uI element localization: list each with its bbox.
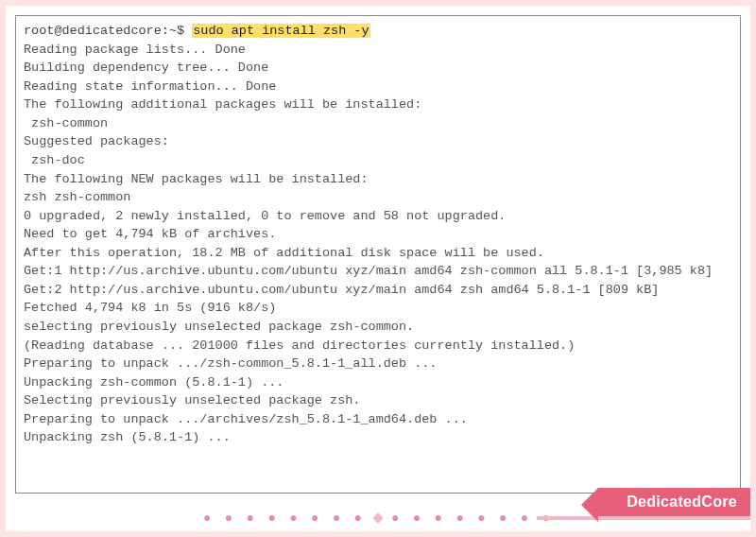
output-line: selecting previously unselected package …: [24, 318, 732, 337]
diamond-icon: [372, 512, 383, 523]
decorative-dots: ● ● ● ● ● ● ● ● ● ● ● ● ● ● ● ●: [203, 511, 553, 526]
output-line: Get:2 http://us.archive.ubuntu.com/ubunt…: [24, 281, 732, 300]
right-dots: ● ● ● ● ● ● ● ●: [391, 511, 553, 526]
output-line: zsh-doc: [24, 151, 732, 170]
footer: ● ● ● ● ● ● ● ● ● ● ● ● ● ● ● ● Dedicate…: [6, 494, 750, 531]
output-line: 0 upgraded, 2 newly installed, 0 to remo…: [24, 207, 732, 226]
output-line: Reading state information... Done: [24, 78, 732, 96]
prompt-line: root@dedicatedcore:~$ sudo apt install z…: [24, 22, 732, 41]
brand-underline: [537, 516, 756, 520]
output-line: Preparing to unpack .../archives/zsh_5.8…: [24, 410, 732, 429]
entered-command: sudo apt install zsh -y: [192, 24, 369, 38]
left-dots: ● ● ● ● ● ● ● ●: [203, 511, 365, 526]
output-line: Reading package lists... Done: [24, 41, 732, 60]
output-line: Selecting previously unselected package …: [24, 391, 732, 410]
brand-tab: DedicatedCore: [598, 488, 756, 516]
output-line: Preparing to unpack .../zsh-common_5.8.1…: [24, 355, 732, 373]
output-line: Get:1 http://us.archive.ubuntu.com/ubunt…: [24, 262, 732, 281]
output-line: (Reading database ... 201000 files and d…: [24, 337, 732, 355]
shell-prompt: root@dedicatedcore:~$: [24, 24, 192, 38]
output-line: The following additional packages will b…: [24, 95, 732, 114]
output-line: Building dependency tree... Done: [24, 59, 732, 78]
output-line: zsh-common: [24, 114, 732, 133]
terminal-window: root@dedicatedcore:~$ sudo apt install z…: [15, 15, 741, 494]
output-line: Fetched 4,794 k8 in 5s (916 k8/s): [24, 299, 732, 318]
output-line: Suggested packages:: [24, 132, 732, 151]
output-line: Unpacking zsh (5.8.1-1) ...: [24, 428, 732, 447]
output-line: Need to get 4,794 kB of archives.: [24, 225, 732, 244]
output-line: The following NEW packages will be insta…: [24, 170, 732, 189]
brand-label: DedicatedCore: [627, 494, 737, 510]
output-line: zsh zsh-common: [24, 188, 732, 207]
output-line: After this operation, 18.2 MB of additio…: [24, 244, 732, 263]
output-line: Unpacking zsh-common (5.8.1-1) ...: [24, 373, 732, 392]
